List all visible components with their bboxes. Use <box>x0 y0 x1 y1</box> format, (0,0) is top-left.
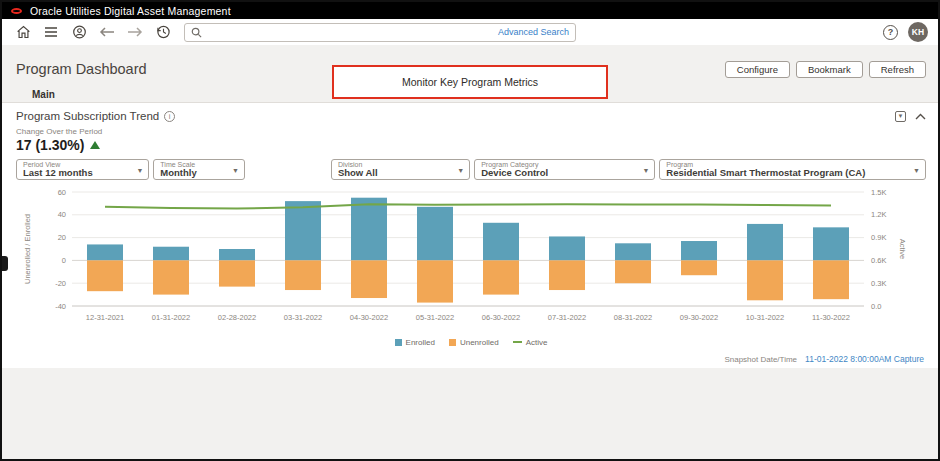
legend-enrolled[interactable]: Enrolled <box>395 338 435 347</box>
legend-label: Active <box>526 338 548 347</box>
bar-unenrolled[interactable] <box>483 260 519 294</box>
page-title: Program Dashboard <box>16 61 147 77</box>
subscription-trend-chart: 601.5K401.2K200.9K00.6K-200.3K-400.012-3… <box>16 184 926 338</box>
svg-text:0.6K: 0.6K <box>871 256 886 265</box>
bar-enrolled[interactable] <box>219 249 255 260</box>
forward-arrow-icon[interactable] <box>124 22 146 42</box>
chevron-down-icon: ▼ <box>457 167 464 174</box>
back-arrow-icon[interactable] <box>96 22 118 42</box>
chevron-down-icon: ▼ <box>232 167 239 174</box>
svg-text:40: 40 <box>58 210 66 219</box>
bar-unenrolled[interactable] <box>219 260 255 286</box>
svg-text:60: 60 <box>58 188 66 197</box>
trend-up-icon <box>90 141 100 149</box>
bar-unenrolled[interactable] <box>351 260 387 298</box>
legend-unenrolled[interactable]: Unenrolled <box>449 338 499 347</box>
svg-text:-20: -20 <box>55 279 66 288</box>
svg-text:03-31-2022: 03-31-2022 <box>284 313 322 322</box>
bar-enrolled[interactable] <box>285 201 321 260</box>
dropdown-value: Residential Smart Thermostat Program (CA… <box>666 167 909 178</box>
bar-unenrolled[interactable] <box>549 260 585 290</box>
trend-chart-svg: 601.5K401.2K200.9K00.6K-200.3K-400.012-3… <box>16 184 924 334</box>
home-icon[interactable] <box>12 22 34 42</box>
legend-square-swatch <box>449 339 456 346</box>
bar-unenrolled[interactable] <box>681 260 717 275</box>
chevron-down-icon: ▼ <box>913 167 920 174</box>
svg-text:0.9K: 0.9K <box>871 233 886 242</box>
bar-unenrolled[interactable] <box>153 260 189 294</box>
filter-row: Period View Last 12 months ▼ Time Scale … <box>16 159 926 180</box>
collapse-chevron-icon[interactable] <box>915 113 926 120</box>
time-scale-dropdown[interactable]: Time Scale Monthly ▼ <box>153 159 245 180</box>
configure-button[interactable]: Configure <box>725 61 790 78</box>
legend-line-swatch <box>513 341 522 343</box>
bar-enrolled[interactable] <box>351 198 387 261</box>
bar-unenrolled[interactable] <box>87 260 123 291</box>
app-title: Oracle Utilities Digital Asset Managemen… <box>30 5 231 17</box>
history-icon[interactable] <box>152 22 174 42</box>
svg-text:11-30-2022: 11-30-2022 <box>812 313 850 322</box>
bookmark-button[interactable]: Bookmark <box>796 61 863 78</box>
bar-enrolled[interactable] <box>747 224 783 260</box>
dropdown-value: Monthly <box>160 167 228 178</box>
svg-text:0: 0 <box>62 256 66 265</box>
bar-unenrolled[interactable] <box>813 260 849 299</box>
dropdown-value: Last 12 months <box>23 167 132 178</box>
svg-text:09-30-2022: 09-30-2022 <box>680 313 718 322</box>
svg-text:Unenrolled / Enrolled: Unenrolled / Enrolled <box>23 214 32 284</box>
division-dropdown[interactable]: Division Show All ▼ <box>331 159 470 180</box>
bar-enrolled[interactable] <box>681 241 717 260</box>
period-view-dropdown[interactable]: Period View Last 12 months ▼ <box>16 159 149 180</box>
legend-active[interactable]: Active <box>513 338 548 347</box>
bar-enrolled[interactable] <box>87 244 123 260</box>
help-icon[interactable]: ? <box>883 25 898 40</box>
svg-text:0.3K: 0.3K <box>871 279 886 288</box>
svg-text:-40: -40 <box>55 302 66 311</box>
bar-enrolled[interactable] <box>483 223 519 261</box>
snapshot-capture-link[interactable]: 11-01-2022 8:00:00AM Capture <box>805 354 924 364</box>
program-dropdown[interactable]: Program Residential Smart Thermostat Pro… <box>659 159 926 180</box>
chevron-down-icon: ▼ <box>642 167 649 174</box>
chevron-down-icon: ▼ <box>136 167 143 174</box>
legend-square-swatch <box>395 339 402 346</box>
legend-label: Unenrolled <box>460 338 499 347</box>
banner-image <box>2 45 938 54</box>
search-icon <box>191 27 202 38</box>
refresh-button[interactable]: Refresh <box>869 61 926 78</box>
bar-enrolled[interactable] <box>615 243 651 260</box>
bar-enrolled[interactable] <box>549 236 585 260</box>
svg-text:0.0: 0.0 <box>871 302 881 311</box>
bar-unenrolled[interactable] <box>615 260 651 283</box>
kpi-value: 17 (1.30%) <box>16 137 84 153</box>
snapshot-row: Snapshot Date/Time 11-01-2022 8:00:00AM … <box>16 354 926 364</box>
advanced-search-link[interactable]: Advanced Search <box>498 27 569 37</box>
subscription-trend-panel: Program Subscription Trend i ▼ Change Ov… <box>2 103 938 368</box>
svg-text:20: 20 <box>58 233 66 242</box>
user-avatar[interactable]: KH <box>908 22 928 42</box>
app-window: Oracle Utilities Digital Asset Managemen… <box>0 0 940 461</box>
global-search: Advanced Search <box>184 23 576 42</box>
bar-enrolled[interactable] <box>813 227 849 260</box>
bar-enrolled[interactable] <box>417 207 453 261</box>
snapshot-label: Snapshot Date/Time <box>724 355 797 364</box>
user-badge-icon[interactable] <box>68 22 90 42</box>
bar-enrolled[interactable] <box>153 247 189 261</box>
boxed-caret-icon[interactable]: ▼ <box>895 111 906 122</box>
bar-unenrolled[interactable] <box>285 260 321 290</box>
svg-text:04-30-2022: 04-30-2022 <box>350 313 388 322</box>
global-search-input[interactable] <box>207 27 493 38</box>
active-line[interactable] <box>105 204 831 208</box>
program-category-dropdown[interactable]: Program Category Device Control ▼ <box>474 159 655 180</box>
bar-unenrolled[interactable] <box>747 260 783 300</box>
page-content: Monitor Key Program Metrics Program Dash… <box>2 54 938 461</box>
info-icon[interactable]: i <box>164 111 175 122</box>
menu-icon[interactable] <box>40 22 62 42</box>
sidebar-toggle-handle[interactable] <box>2 256 8 271</box>
kpi-label: Change Over the Period <box>16 127 926 136</box>
section-title: Program Subscription Trend <box>16 110 159 122</box>
dropdown-value: Device Control <box>481 167 638 178</box>
bar-unenrolled[interactable] <box>417 260 453 302</box>
svg-text:07-31-2022: 07-31-2022 <box>548 313 586 322</box>
svg-text:12-31-2021: 12-31-2021 <box>86 313 124 322</box>
svg-text:1.5K: 1.5K <box>871 188 886 197</box>
